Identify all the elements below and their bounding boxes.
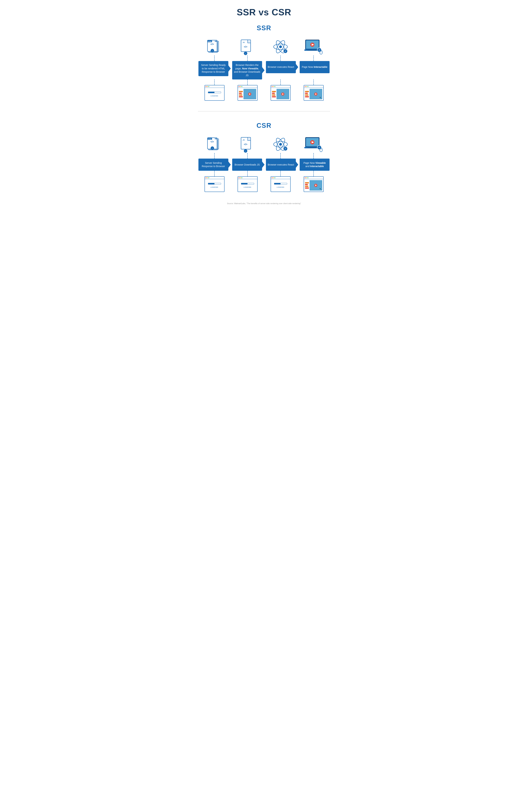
svg-rect-57 [308,147,317,148]
csr-icon-laptop: ✓ [297,136,330,153]
page: SSR vs CSR SSR HTML </> [198,7,330,204]
source-note: Source: WalmartLabs, "The benefits of se… [198,202,330,204]
csr-title: CSR [198,122,330,129]
csr-vlines-top [198,153,330,159]
svg-text:HTML: HTML [208,41,212,42]
ssr-browsers-row: LOADING [198,85,330,101]
svg-text:↓: ↓ [212,147,213,149]
svg-point-18 [279,45,282,48]
csr-icon-js: .JS </> ↓ [231,136,264,153]
csr-labels-row: Server Sending Response to Browser Brows… [198,159,330,171]
svg-point-37 [215,138,216,139]
ssr-browser-1: LOADING [198,85,231,101]
cursor-icon-csr: ↖ [319,187,322,190]
ssr-browser-2 [231,85,264,101]
svg-text:↓: ↓ [245,150,246,152]
csr-browser-3: LOADING [264,176,297,192]
svg-text:</>: </> [244,143,247,146]
svg-point-6 [215,41,216,42]
csr-label-2: Browser Downloads JS [232,159,262,171]
ssr-vlines-bottom [198,79,330,85]
ssr-icon-html: HTML </> ↓ [198,38,231,56]
ssr-icon-react: ✓ [264,38,297,56]
csr-browser-4: ↖ [297,176,330,192]
ssr-icon-js: .JS </> ↓ [231,38,264,56]
ssr-icon-laptop: ✓ [297,38,330,56]
csr-vlines-bottom [198,171,330,176]
svg-text:↓: ↓ [212,49,213,52]
svg-point-38 [216,138,217,139]
csr-icon-react: ✓ [264,136,297,153]
ssr-title: SSR [198,24,330,32]
main-title: SSR vs CSR [198,7,330,17]
ssr-browser-4: ↖ [297,85,330,101]
csr-label-3: Browser executes React [266,159,296,171]
ssr-icons-row: HTML </> ↓ .JS [198,38,330,56]
svg-text:</>: </> [244,45,247,48]
svg-text:.JS: .JS [242,139,245,141]
svg-text:↓: ↓ [245,52,246,55]
csr-section: CSR HTML </> ↓ [198,122,330,192]
svg-text:✓: ✓ [285,50,286,53]
csr-browser-2: LOADING [231,176,264,192]
svg-point-7 [216,41,217,42]
ssr-browser-3 [264,85,297,101]
svg-rect-26 [308,50,317,50]
csr-browser-1: LOADING [198,176,231,192]
svg-point-49 [279,143,282,146]
ssr-label-4: Page Now Interactable [300,61,330,73]
csr-label-4: Page Now Viewable and Interactable [300,159,330,171]
svg-text:</>: </> [211,140,214,143]
section-divider [198,111,330,112]
csr-browsers-row: LOADING LOADING [198,176,330,192]
svg-text:</>: </> [211,43,214,46]
svg-text:HTML: HTML [208,138,212,140]
cursor-icon: ↖ [319,96,322,99]
svg-text:.JS: .JS [242,42,245,43]
ssr-vlines-top [198,56,330,61]
csr-icons-row: HTML </> ↓ .JS </> ↓ [198,136,330,153]
ssr-label-1: Server Sending Ready to be rendered HTML… [198,61,228,76]
svg-text:✓: ✓ [285,147,286,150]
ssr-label-2: Browser Renders the page, Now Viewable, … [232,61,262,79]
ssr-labels-row: Server Sending Ready to be rendered HTML… [198,61,330,79]
ssr-label-3: Browser executes React [266,61,296,73]
ssr-section: SSR HTML </> [198,24,330,101]
csr-icon-html: HTML </> ↓ [198,136,231,153]
csr-label-1: Server Sending Response to Browser [198,159,228,171]
